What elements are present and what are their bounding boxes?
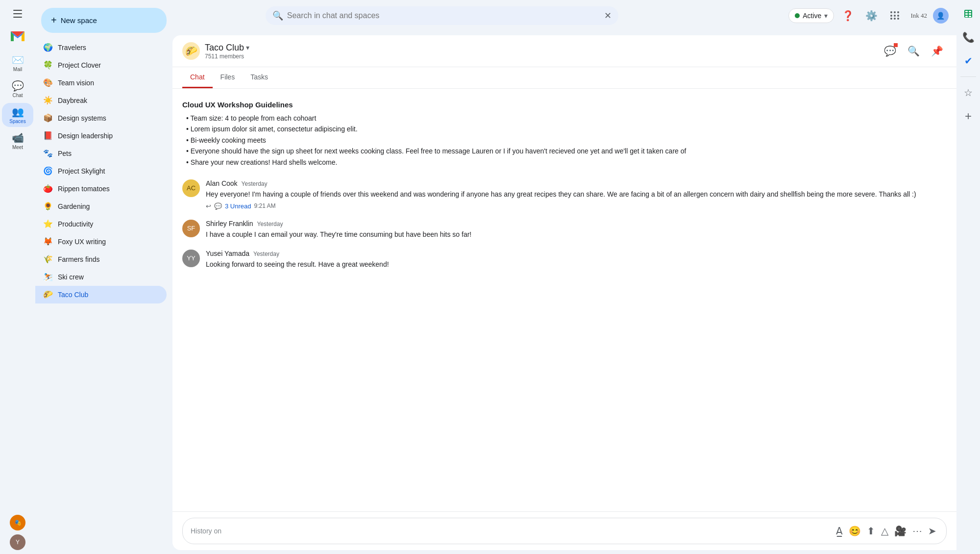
search-input[interactable] xyxy=(266,6,618,25)
user-avatar[interactable]: 👤 xyxy=(933,8,949,24)
pets-emoji: 🐾 xyxy=(43,149,53,158)
sidebar-item-travelers[interactable]: 🌍 Travelers 🔔 xyxy=(35,39,167,56)
svg-rect-4 xyxy=(969,13,971,15)
status-label: Active xyxy=(803,12,821,20)
space-members: 7511 members xyxy=(205,53,880,60)
status-button[interactable]: Active ▾ xyxy=(788,8,834,23)
sidebar-item-pets[interactable]: 🐾 Pets xyxy=(35,145,167,162)
space-name-chevron[interactable]: ▾ xyxy=(246,44,249,51)
send-button[interactable]: ➤ xyxy=(926,523,938,539)
input-placeholder[interactable]: History on xyxy=(191,527,834,535)
sidebar-item-design-systems[interactable]: 📦 Design systems xyxy=(35,109,167,127)
guidelines-item-0: • Team size: 4 to people from each cohoa… xyxy=(182,113,947,124)
yusei-yamada-body: Yusei Yamada Yesterday Looking forward t… xyxy=(206,250,947,270)
grid-button[interactable] xyxy=(885,6,905,25)
yusei-yamada-avatar: YY xyxy=(182,250,200,267)
sidebar-item-rippen-tomatoes[interactable]: 🍅 Rippen tomatoes xyxy=(35,180,167,198)
sidebar-avatar-2[interactable]: Y xyxy=(10,534,25,550)
thread-icon-btn[interactable]: 💬 xyxy=(880,41,900,61)
main-area: 🌮 Taco Club ▾ 7511 members 💬 🔍 📌 Chat F xyxy=(172,35,956,550)
search-bar: 🔍 ✕ xyxy=(266,6,618,25)
search-chat-button[interactable]: 🔍 xyxy=(904,41,923,61)
travelers-label: Travelers xyxy=(58,44,146,51)
drive-icon[interactable]: △ xyxy=(879,523,890,539)
space-avatar: 🌮 xyxy=(182,42,200,60)
farmers-finds-emoji: 🌾 xyxy=(43,254,53,264)
sidebar-item-farmers-finds[interactable]: 🌾 Farmers finds xyxy=(35,251,167,268)
yusei-yamada-name: Yusei Yamada xyxy=(206,250,249,257)
project-skylight-label: Project Skylight xyxy=(58,167,159,175)
daybreak-label: Daybreak xyxy=(58,97,146,104)
search-clear-icon[interactable]: ✕ xyxy=(604,10,612,21)
message-yusei-yamada: YY Yusei Yamada Yesterday Looking forwar… xyxy=(182,250,947,270)
emoji-icon[interactable]: 😊 xyxy=(847,523,863,539)
nav-item-spaces[interactable]: 👥 Spaces xyxy=(2,103,33,127)
foxy-ux-label: Foxy UX writing xyxy=(58,238,159,246)
guidelines-item-1: • Lorem ipsum dolor sit amet, consectetu… xyxy=(182,124,947,134)
chat-icon: 💬 xyxy=(12,80,24,92)
design-leadership-label: Design leadership xyxy=(58,132,159,140)
sidebar-item-foxy-ux[interactable]: 🦊 Foxy UX writing xyxy=(35,233,167,251)
sidebar-item-daybreak[interactable]: ☀️ Daybreak 🔔 xyxy=(35,92,167,109)
gardening-emoji: 🌻 xyxy=(43,201,53,211)
farmers-finds-label: Farmers finds xyxy=(58,255,159,263)
top-bar: 🔍 ✕ Active ▾ ❓ ⚙️ Ink 42 👤 xyxy=(172,0,956,31)
sidebar-item-team-vision[interactable]: 🎨 Team vision 🔔 xyxy=(35,74,167,92)
sidebar-item-taco-club[interactable]: 🌮 Taco Club xyxy=(35,286,167,303)
alan-cook-time: Yesterday xyxy=(242,180,268,187)
right-panel-divider xyxy=(960,76,976,77)
design-systems-label: Design systems xyxy=(58,114,159,122)
new-space-button[interactable]: + New space xyxy=(41,8,167,33)
sidebar-item-ski-crew[interactable]: ⛷️ Ski crew xyxy=(35,268,167,286)
sidebar-avatar-1[interactable]: 🎭 xyxy=(10,515,25,530)
more-options-icon[interactable]: ⋯ xyxy=(910,523,924,539)
guidelines-box: Cloud UX Workshop Guidelines • Team size… xyxy=(182,97,947,172)
message-input-area: History on A̲ 😊 ⬆ △ 🎥 ⋯ ➤ xyxy=(172,511,956,550)
video-icon[interactable]: 🎥 xyxy=(892,523,908,539)
sidebar: + New space 🌍 Travelers 🔔 🍀 Project Clov… xyxy=(35,0,172,554)
status-dot xyxy=(795,13,800,18)
message-alan-cook: AC Alan Cook Yesterday Hey everyone! I'm… xyxy=(182,179,947,210)
help-button[interactable]: ❓ xyxy=(838,6,858,25)
mail-icon: ✉️ xyxy=(12,54,24,66)
nav-item-meet[interactable]: 📹 Meet xyxy=(2,129,33,153)
right-panel-phone-icon[interactable]: 📞 xyxy=(958,27,978,47)
upload-icon[interactable]: ⬆ xyxy=(865,523,877,539)
shirley-franklin-text: I have a couple I can email your way. Th… xyxy=(206,229,947,240)
design-leadership-emoji: 📕 xyxy=(43,131,53,141)
tab-chat[interactable]: Chat xyxy=(182,67,213,88)
alan-cook-body: Alan Cook Yesterday Hey everyone! I'm ha… xyxy=(206,179,947,210)
foxy-ux-emoji: 🦊 xyxy=(43,237,53,247)
guidelines-title: Cloud UX Workshop Guidelines xyxy=(182,101,947,109)
message-shirley-franklin: SF Shirley Franklin Yesterday I have a c… xyxy=(182,220,947,240)
sidebar-item-gardening[interactable]: 🌻 Gardening xyxy=(35,198,167,215)
right-panel-star-icon[interactable]: ☆ xyxy=(958,83,978,102)
nav-item-chat[interactable]: 💬 Chat xyxy=(2,77,33,101)
tab-tasks[interactable]: Tasks xyxy=(243,67,276,88)
settings-button[interactable]: ⚙️ xyxy=(861,6,881,25)
sidebar-item-project-clover[interactable]: 🍀 Project Clover 🔔 xyxy=(35,56,167,74)
alan-cook-thread[interactable]: ↩ 💬 3 Unread 9:21 AM xyxy=(206,202,947,210)
thread-icon: 💬 xyxy=(214,202,222,210)
unread-count: 3 Unread xyxy=(225,202,251,210)
pin-button[interactable]: 📌 xyxy=(927,41,947,61)
taco-club-label: Taco Club xyxy=(58,291,159,299)
right-panel-sheets-icon[interactable] xyxy=(958,4,978,24)
svg-rect-1 xyxy=(965,11,968,12)
right-panel-check-icon[interactable]: ✔ xyxy=(958,51,978,71)
chat-content: Cloud UX Workshop Guidelines • Team size… xyxy=(172,89,956,511)
tab-files[interactable]: Files xyxy=(213,67,243,88)
sidebar-item-productivity[interactable]: ⭐ Productivity xyxy=(35,215,167,233)
format-text-icon[interactable]: A̲ xyxy=(834,523,845,539)
sidebar-item-design-leadership[interactable]: 📕 Design leadership xyxy=(35,127,167,145)
sidebar-item-project-skylight[interactable]: 🌀 Project Skylight xyxy=(35,162,167,180)
team-vision-label: Team vision xyxy=(58,79,146,87)
hamburger-menu[interactable] xyxy=(8,4,27,24)
right-panel-add-icon[interactable]: + xyxy=(958,106,978,126)
nav-item-mail[interactable]: ✉️ Mail xyxy=(2,51,33,75)
rippen-tomatoes-label: Rippen tomatoes xyxy=(58,185,159,193)
nav-label-mail: Mail xyxy=(13,67,22,72)
search-icon: 🔍 xyxy=(272,10,283,21)
unread-badge xyxy=(894,43,898,47)
pets-label: Pets xyxy=(58,150,159,157)
